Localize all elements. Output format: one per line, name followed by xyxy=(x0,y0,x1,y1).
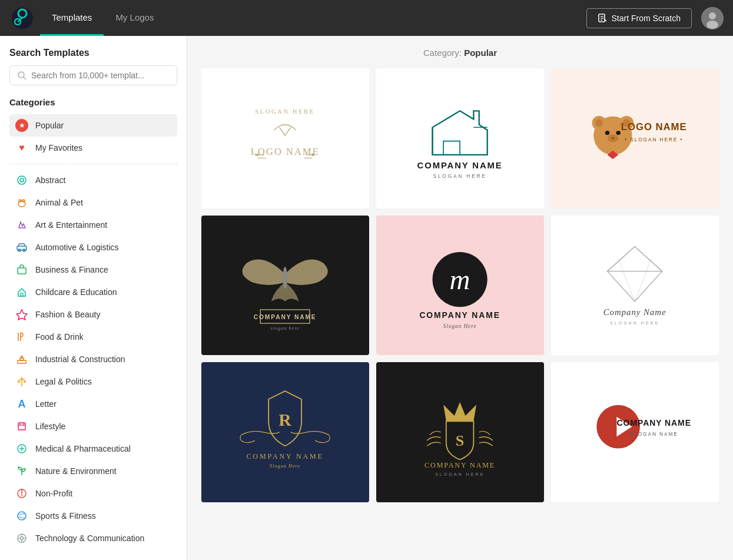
nav-templates[interactable]: Templates xyxy=(40,0,104,36)
search-box xyxy=(9,65,177,85)
template-card[interactable]: S COMPANY NAME SLOGAN HERE xyxy=(376,362,544,502)
sidebar-item-abstract[interactable]: Abstract xyxy=(9,169,177,191)
svg-text:COMPANY NAME: COMPANY NAME xyxy=(617,418,691,428)
sidebar-item-popular[interactable]: ★ Popular xyxy=(9,114,177,137)
main-content: Category: Popular SLOGAN HERE LOGO NAME xyxy=(187,36,733,560)
sidebar-item-food[interactable]: Food & Drink xyxy=(9,326,177,348)
sidebar-item-art-entertainment[interactable]: Art & Entertainment xyxy=(9,214,177,236)
user-avatar[interactable] xyxy=(701,7,724,29)
svg-point-67 xyxy=(283,267,287,289)
svg-text:SLOGAN HERE: SLOGAN HERE xyxy=(256,108,316,115)
template-card[interactable]: m COMPANY NAME Slogan Here xyxy=(376,216,544,356)
legal-icon xyxy=(15,375,28,388)
svg-rect-22 xyxy=(18,268,26,274)
animal-icon xyxy=(15,196,28,209)
svg-point-11 xyxy=(707,21,718,29)
search-templates-title: Search Templates xyxy=(9,48,177,58)
template-card[interactable]: LOGO NAME • SLOGAN HERE • xyxy=(551,68,719,208)
sidebar-item-sports[interactable]: Sports & Fitness xyxy=(9,505,177,527)
svg-point-61 xyxy=(605,131,609,135)
sidebar-item-lifestyle[interactable]: Lifestyle xyxy=(9,415,177,438)
svg-text:Slogan Here: Slogan Here xyxy=(443,323,477,329)
main-layout: Search Templates Categories ★ Popular ♥ … xyxy=(0,36,733,560)
template-card[interactable]: SLOGAN HERE LOGO NAME xyxy=(201,68,369,208)
medical-icon xyxy=(15,442,28,455)
sidebar-item-childcare[interactable]: Childcare & Education xyxy=(9,281,177,303)
template-card[interactable]: R COMPANY NAME Slogan Here xyxy=(201,362,369,502)
svg-text:Slogan Here: Slogan Here xyxy=(270,463,300,469)
sidebar-item-nature[interactable]: Nature & Environment xyxy=(9,460,177,482)
sidebar-item-medical[interactable]: Medical & Pharmaceutical xyxy=(9,438,177,460)
templates-grid: SLOGAN HERE LOGO NAME xyxy=(201,68,719,502)
svg-point-62 xyxy=(616,131,621,135)
svg-point-41 xyxy=(21,537,24,540)
svg-point-15 xyxy=(20,178,24,182)
svg-line-13 xyxy=(24,77,26,79)
sidebar-item-my-favorites[interactable]: ♥ My Favorites xyxy=(9,137,177,159)
sidebar-item-technology[interactable]: Technology & Communication xyxy=(9,527,177,549)
svg-point-12 xyxy=(18,72,24,78)
svg-line-77 xyxy=(608,247,635,271)
svg-text:LOGO NAME: LOGO NAME xyxy=(621,121,687,132)
document-icon xyxy=(598,14,607,23)
svg-text:m: m xyxy=(450,264,470,296)
star-icon: ★ xyxy=(15,119,28,132)
sidebar-item-fashion[interactable]: Fashion & Beauty xyxy=(9,303,177,326)
avatar-image xyxy=(701,7,724,29)
svg-marker-24 xyxy=(16,310,27,320)
template-preview: LOGO NAME • SLOGAN HERE • xyxy=(563,79,706,198)
svg-text:slogan here: slogan here xyxy=(271,326,300,332)
svg-point-14 xyxy=(18,176,26,184)
template-preview: SLOGAN HERE LOGO NAME xyxy=(214,79,356,198)
fashion-icon xyxy=(15,308,28,321)
svg-text:• SLOGAN HERE •: • SLOGAN HERE • xyxy=(625,136,684,142)
svg-point-38 xyxy=(21,489,23,491)
divider xyxy=(9,164,177,164)
nav-my-logos[interactable]: My Logos xyxy=(104,0,165,36)
svg-text:SLOGAN HERE: SLOGAN HERE xyxy=(433,173,487,179)
template-card[interactable]: COMPANY NAME slogan here xyxy=(201,216,369,356)
sidebar-item-animal-pet[interactable]: Animal & Pet xyxy=(9,191,177,214)
svg-text:SLOGAN NAME: SLOGAN NAME xyxy=(630,430,678,436)
app-header: Templates My Logos Start From Scratch xyxy=(0,0,733,36)
template-card[interactable]: COMPANY NAME SLOGAN HERE xyxy=(376,68,544,208)
search-input[interactable] xyxy=(31,71,170,80)
header-actions: Start From Scratch xyxy=(586,7,724,29)
svg-rect-30 xyxy=(18,423,25,430)
heart-icon: ♥ xyxy=(15,141,28,154)
svg-marker-75 xyxy=(608,247,662,301)
nature-icon xyxy=(15,465,28,478)
sidebar-item-industrial[interactable]: Industrial & Construction xyxy=(9,348,177,370)
app-logo[interactable] xyxy=(9,5,35,31)
sidebar-item-automotive[interactable]: Automotive & Logistics xyxy=(9,236,177,259)
sidebar-item-legal[interactable]: Legal & Politics xyxy=(9,370,177,393)
sidebar-item-nonprofit[interactable]: Non-Profit xyxy=(9,482,177,505)
svg-text:Company Name: Company Name xyxy=(603,307,666,317)
svg-text:LOGO NAME: LOGO NAME xyxy=(251,146,320,157)
categories-title: Categories xyxy=(9,97,177,107)
letter-icon: A xyxy=(15,397,28,410)
template-card[interactable]: COMPANY NAME SLOGAN NAME xyxy=(551,362,719,502)
svg-text:SLOGAN HERE: SLOGAN HERE xyxy=(435,472,485,477)
template-preview: m COMPANY NAME Slogan Here xyxy=(389,226,531,344)
sidebar: Search Templates Categories ★ Popular ♥ … xyxy=(0,36,187,560)
svg-line-80 xyxy=(635,259,652,302)
template-preview: COMPANY NAME SLOGAN NAME xyxy=(563,373,706,492)
svg-text:SLOGAN HERE: SLOGAN HERE xyxy=(610,320,659,326)
sports-icon xyxy=(15,509,28,522)
main-nav: Templates My Logos xyxy=(40,0,165,36)
sidebar-item-business-finance[interactable]: Business & Finance xyxy=(9,259,177,281)
start-from-scratch-button[interactable]: Start From Scratch xyxy=(586,8,692,28)
sidebar-item-letter[interactable]: A Letter xyxy=(9,393,177,415)
category-label: Category: Popular xyxy=(201,48,719,58)
svg-text:COMPANY NAME: COMPANY NAME xyxy=(247,452,324,460)
template-card[interactable]: Company Name SLOGAN HERE xyxy=(551,216,719,356)
svg-text:COMPANY NAME: COMPANY NAME xyxy=(420,310,500,320)
svg-point-64 xyxy=(611,137,615,140)
art-icon xyxy=(15,218,28,231)
food-icon xyxy=(15,330,28,343)
business-icon xyxy=(15,263,28,276)
svg-point-39 xyxy=(18,512,26,520)
template-preview: S COMPANY NAME SLOGAN HERE xyxy=(389,373,531,492)
template-preview: Company Name SLOGAN HERE xyxy=(563,226,706,344)
